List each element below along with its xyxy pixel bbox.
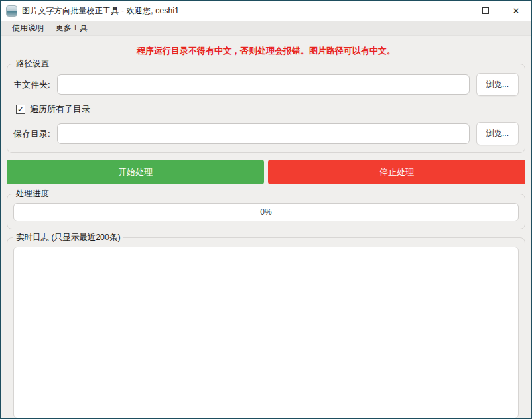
app-window: 图片文字方向批量校正工具 - 欢迎您, ceshi1 ✕ 使用说明 更多工具 程…	[0, 0, 532, 419]
save-dir-browse-button[interactable]: 浏览...	[476, 122, 519, 145]
recurse-subdirs-checkbox[interactable]: ✓	[16, 105, 25, 114]
save-dir-row: 保存目录: 浏览...	[13, 122, 519, 145]
main-content: 程序运行目录不得有中文，否则处理会报错。图片路径可以有中文。 路径设置 主文件夹…	[1, 36, 531, 419]
progress-group: 处理进度 0%	[7, 194, 525, 229]
warning-text: 程序运行目录不得有中文，否则处理会报错。图片路径可以有中文。	[7, 36, 525, 64]
progress-bar: 0%	[13, 203, 519, 221]
log-textarea[interactable]	[13, 247, 519, 418]
close-button[interactable]: ✕	[501, 1, 531, 21]
minimize-button[interactable]	[440, 1, 470, 21]
menu-bar: 使用说明 更多工具	[1, 21, 531, 36]
menu-item-usage-help[interactable]: 使用说明	[6, 21, 50, 36]
window-controls: ✕	[440, 1, 531, 21]
main-folder-row: 主文件夹: 浏览...	[13, 73, 519, 96]
close-icon: ✕	[513, 7, 520, 15]
menu-item-more-tools[interactable]: 更多工具	[50, 21, 94, 36]
app-icon	[6, 5, 17, 17]
main-folder-browse-button[interactable]: 浏览...	[476, 73, 519, 96]
progress-group-title: 处理进度	[13, 189, 52, 198]
start-processing-button[interactable]: 开始处理	[7, 160, 264, 184]
minimize-icon	[452, 11, 459, 11]
main-folder-label: 主文件夹:	[13, 79, 57, 91]
log-group: 实时日志 (只显示最近200条)	[7, 237, 525, 419]
stop-processing-button[interactable]: 停止处理	[268, 160, 525, 184]
save-dir-label: 保存目录:	[13, 128, 57, 140]
recurse-subdirs-row: ✓ 遍历所有子目录	[16, 103, 519, 115]
main-folder-input[interactable]	[57, 74, 470, 95]
maximize-icon	[482, 7, 489, 14]
recurse-subdirs-label: 遍历所有子目录	[30, 103, 90, 115]
window-title: 图片文字方向批量校正工具 - 欢迎您, ceshi1	[22, 5, 179, 17]
maximize-button[interactable]	[470, 1, 501, 21]
log-group-title: 实时日志 (只显示最近200条)	[13, 233, 123, 242]
path-settings-group-title: 路径设置	[13, 59, 52, 68]
title-bar: 图片文字方向批量校正工具 - 欢迎您, ceshi1 ✕	[1, 1, 531, 21]
path-settings-group: 路径设置 主文件夹: 浏览... ✓ 遍历所有子目录 保存目录: 浏览...	[7, 64, 525, 153]
save-dir-input[interactable]	[57, 123, 470, 144]
progress-value: 0%	[14, 204, 518, 221]
action-buttons: 开始处理 停止处理	[7, 160, 525, 184]
